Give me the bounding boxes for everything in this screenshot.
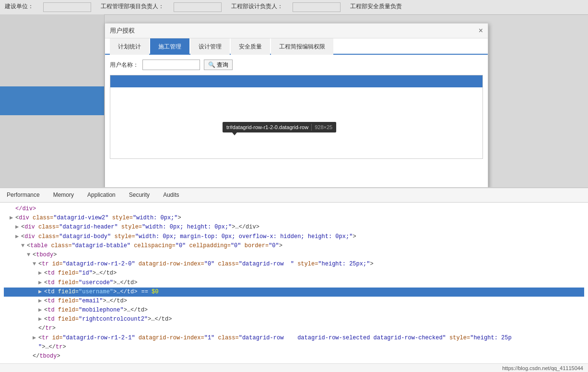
- tab-safety-quality[interactable]: 安全质量: [231, 38, 270, 55]
- code-line: ▼ <tbody>: [4, 251, 584, 260]
- code-tag: tr: [56, 343, 62, 352]
- dialog-titlebar: 用户授权 ×: [105, 24, 488, 38]
- triangle-icon: ▼: [27, 251, 33, 260]
- code-tag: tbody: [39, 352, 57, 361]
- code-val: "0": [176, 241, 186, 251]
- code-tag: tr: [42, 260, 52, 269]
- code-line: ▶ <div class="datagrid-body" style="widt…: [4, 232, 584, 241]
- code-attr: cellpadding=: [186, 241, 231, 251]
- code-val: "width: 0px; margin-top: 0px; overflow-x…: [135, 232, 353, 241]
- code-val: "0": [231, 241, 241, 251]
- code-val: "rightcontrolcount2": [79, 315, 148, 324]
- search-button[interactable]: 🔍 查询: [204, 60, 233, 70]
- tab-security[interactable]: Security: [122, 188, 156, 202]
- code-punc: </: [38, 324, 45, 333]
- tab-construction-mgmt[interactable]: 施工管理: [150, 38, 189, 55]
- code-attr: field=: [58, 297, 79, 306]
- code-tag: td: [47, 306, 58, 315]
- search-btn-label: 查询: [217, 61, 228, 69]
- code-val: "usercode": [79, 278, 113, 288]
- grid-area: [110, 75, 483, 159]
- code-attr: style=: [446, 334, 470, 343]
- code-punc: >…</td>: [103, 297, 127, 306]
- code-val: "username": [79, 288, 113, 297]
- code-punc: <: [44, 306, 47, 315]
- code-attr: field=: [58, 278, 79, 288]
- triangle-icon: ▶: [38, 288, 44, 297]
- tab-plan-stats[interactable]: 计划统计: [110, 38, 149, 55]
- triangle-icon: [33, 324, 38, 333]
- code-tag: td: [47, 278, 58, 288]
- tab-application[interactable]: Application: [81, 188, 122, 202]
- dialog-close-button[interactable]: ×: [479, 27, 483, 35]
- code-punc: >: [57, 352, 60, 361]
- code-line: ▶ <td field="mobilephone">…</td>: [4, 306, 584, 315]
- code-tag: td: [47, 297, 58, 306]
- code-attr: class=: [214, 260, 238, 269]
- triangle-icon: ▼: [21, 241, 27, 251]
- code-punc: >: [370, 260, 373, 269]
- code-punc: <: [38, 260, 42, 269]
- code-val: "width: 0px; height: 0px;": [142, 223, 232, 232]
- code-punc: >: [53, 251, 57, 260]
- code-tag: tr: [45, 324, 52, 333]
- code-line: ▼ <table class="datagrid-btable" cellspa…: [4, 241, 584, 251]
- code-punc: <: [15, 214, 19, 223]
- code-punc: >…</td>: [113, 278, 137, 288]
- triangle-icon: ▶: [38, 278, 44, 288]
- code-val: "datagrid-row-r1-2-1": [62, 334, 135, 343]
- code-line-highlighted[interactable]: ▶ <td field="username">…</td>== $0: [4, 288, 584, 297]
- code-attr: field=: [58, 269, 79, 278]
- triangle-icon: ▶: [38, 297, 44, 306]
- code-val: "width: 0px;": [133, 214, 178, 223]
- code-punc: <: [44, 297, 47, 306]
- code-val: "id": [79, 269, 93, 278]
- code-tag: div: [19, 214, 33, 223]
- code-val: "0": [269, 241, 279, 251]
- search-label: 用户名称：: [110, 61, 139, 69]
- code-line: ">…</tr>: [4, 343, 584, 352]
- code-val: "datagrid-row datagrid-row-selected data…: [239, 334, 446, 343]
- status-url: https://blog.csdn.net/qq_41115044: [502, 365, 583, 371]
- tooltip-separator: [311, 124, 312, 131]
- code-attr: id=: [52, 260, 63, 269]
- triangle-icon: ▶: [15, 223, 21, 232]
- code-attr: style=: [294, 260, 318, 269]
- code-punc: <: [38, 334, 42, 343]
- code-attr: class=: [33, 214, 53, 223]
- grid-selected-row[interactable]: [110, 75, 482, 87]
- code-attr: style=: [118, 223, 142, 232]
- triangle-icon: ▶: [10, 214, 15, 223]
- code-attr: field=: [58, 288, 79, 297]
- tab-memory[interactable]: Memory: [47, 188, 81, 202]
- triangle-icon: ▶: [38, 306, 44, 315]
- triangle-icon: ▶: [33, 334, 38, 343]
- code-tag: td: [47, 269, 58, 278]
- devtools-code-panel[interactable]: </div> ▶ <div class="datagrid-view2" sty…: [0, 203, 588, 363]
- tab-design-mgmt[interactable]: 设计管理: [190, 38, 230, 55]
- tab-audits[interactable]: Audits: [156, 188, 186, 202]
- code-punc: <: [44, 315, 47, 324]
- code-val: "mobilephone": [79, 306, 124, 315]
- code-line: ▶ <div class="datagrid-view2" style="wid…: [4, 214, 584, 223]
- tooltip-selector: tr#datagrid-row-r1-2-0.datagrid-row: [226, 124, 308, 130]
- code-punc: <: [21, 223, 24, 232]
- tab-performance[interactable]: Performance: [0, 188, 47, 202]
- code-attr: datagrid-row-index=: [135, 334, 204, 343]
- code-tag: table: [30, 241, 51, 251]
- devtools-tab-bar: Performance Memory Application Security …: [0, 188, 588, 203]
- code-line: </div>: [4, 204, 584, 214]
- code-attr: class=: [51, 241, 71, 251]
- code-tag: tbody: [36, 251, 53, 260]
- code-punc: <: [44, 278, 47, 288]
- search-row: 用户名称： 🔍 查询: [110, 60, 483, 70]
- code-punc: >…</td>: [148, 315, 172, 324]
- search-input[interactable]: [142, 60, 200, 70]
- code-attr: border=: [241, 241, 269, 251]
- code-val: "height: 25px;": [318, 260, 370, 269]
- code-attr: class=: [38, 223, 59, 232]
- code-val: "datagrid-body": [59, 232, 111, 241]
- tab-report-edit[interactable]: 工程简报编辑权限: [271, 38, 333, 55]
- code-line: ▶ <div class="datagrid-header" style="wi…: [4, 223, 584, 232]
- code-punc: >: [353, 232, 356, 241]
